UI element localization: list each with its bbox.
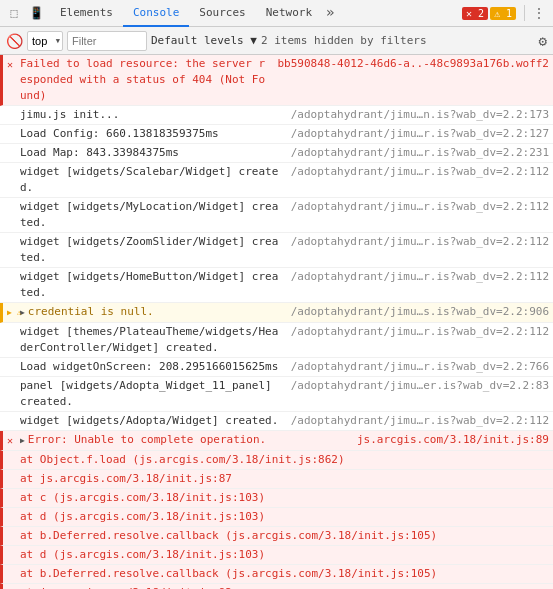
log-source[interactable]: /adoptahydrant/jimu…s.is?wab_dv=2.2:906 bbox=[291, 304, 549, 320]
stack-trace-text: at js.arcgis.com/3.18/init.js:92 bbox=[20, 585, 549, 589]
context-select-wrapper: top bbox=[27, 31, 63, 51]
log-row: ✕ Failed to load resource: the server re… bbox=[0, 55, 553, 106]
no-entry-icon[interactable]: 🚫 bbox=[6, 33, 23, 49]
filter-bar: 🚫 top Default levels ▼ 2 items hidden by… bbox=[0, 27, 553, 55]
warning-badge: ⚠ 1 bbox=[490, 7, 516, 20]
log-message: Load Map: 843.33984375ms bbox=[20, 145, 283, 161]
stack-trace-text: at c (js.arcgis.com/3.18/init.js:103) bbox=[20, 490, 549, 506]
stack-trace-text: at b.Deferred.resolve.callback (js.arcgi… bbox=[20, 566, 549, 582]
log-message: Error: Unable to complete operation. bbox=[20, 432, 349, 449]
log-row: jimu.js init... /adoptahydrant/jimu…n.is… bbox=[0, 106, 553, 125]
log-source[interactable]: /adoptahydrant/jimu…r.is?wab_dv=2.2:766 bbox=[291, 359, 549, 375]
error-icon: ✕ bbox=[7, 57, 13, 73]
log-message: widget [widgets/MyLocation/Widget] creat… bbox=[20, 199, 283, 231]
divider bbox=[524, 5, 525, 21]
log-source[interactable]: /adoptahydrant/jimu…n.is?wab_dv=2.2:173 bbox=[291, 107, 549, 123]
stack-trace-row: at b.Deferred.resolve.callback (js.arcgi… bbox=[0, 527, 553, 546]
log-message: Load Config: 660.13818359375ms bbox=[20, 126, 283, 142]
stack-trace-link[interactable]: at b.Deferred.resolve.callback (js.arcgi… bbox=[20, 567, 437, 580]
stack-trace-row: at js.arcgis.com/3.18/init.js:92 bbox=[0, 584, 553, 589]
log-row: widget [widgets/HomeButton/Widget] creat… bbox=[0, 268, 553, 303]
log-row: Load Config: 660.13818359375ms /adoptahy… bbox=[0, 125, 553, 144]
more-tabs-button[interactable]: » bbox=[322, 0, 338, 27]
log-row-error-expandable[interactable]: ✕ Error: Unable to complete operation. j… bbox=[0, 431, 553, 451]
log-row: widget [widgets/Adopta/Widget] created. … bbox=[0, 412, 553, 431]
log-message: widget [themes/PlateauTheme/widgets/Head… bbox=[20, 324, 283, 356]
log-source[interactable]: bb590848-4012-46d6-a..-48c9893a176b.woff… bbox=[277, 56, 549, 72]
log-source[interactable]: /adoptahydrant/jimu…r.is?wab_dv=2.2:127 bbox=[291, 126, 549, 142]
stack-trace-row: at d (js.arcgis.com/3.18/init.js:103) bbox=[0, 508, 553, 527]
log-message: Load widgetOnScreen: 208.295166015625ms bbox=[20, 359, 283, 375]
stack-trace-text: at d (js.arcgis.com/3.18/init.js:103) bbox=[20, 547, 549, 563]
log-levels-dropdown[interactable]: Default levels ▼ bbox=[151, 34, 257, 47]
log-row: widget [widgets/MyLocation/Widget] creat… bbox=[0, 198, 553, 233]
log-row: Load Map: 843.33984375ms /adoptahydrant/… bbox=[0, 144, 553, 163]
log-source[interactable]: /adoptahydrant/jimu…r.is?wab_dv=2.2:112 bbox=[291, 234, 549, 250]
tab-network[interactable]: Network bbox=[256, 0, 322, 27]
log-row: Load widgetOnScreen: 208.295166015625ms … bbox=[0, 358, 553, 377]
log-row-warning[interactable]: ▶ ⚠ credential is null. /adoptahydrant/j… bbox=[0, 303, 553, 323]
log-source[interactable]: /adoptahydrant/jimu…r.is?wab_dv=2.2:112 bbox=[291, 413, 549, 429]
stack-trace-row: at d (js.arcgis.com/3.18/init.js:103) bbox=[0, 546, 553, 565]
stack-trace-row: at c (js.arcgis.com/3.18/init.js:103) bbox=[0, 489, 553, 508]
more-options-icon[interactable]: ⋮ bbox=[529, 3, 549, 23]
inspect-icon[interactable]: ⬚ bbox=[4, 3, 24, 23]
warning-icon: ▶ ⚠ bbox=[7, 305, 21, 321]
stack-trace-link[interactable]: at js.arcgis.com/3.18/init.js:87 bbox=[20, 472, 232, 485]
log-source[interactable]: js.arcgis.com/3.18/init.js:89 bbox=[357, 432, 549, 448]
log-row: widget [widgets/Scalebar/Widget] created… bbox=[0, 163, 553, 198]
log-source[interactable]: /adoptahydrant/jimu…er.is?wab_dv=2.2:83 bbox=[291, 378, 549, 394]
log-source[interactable]: /adoptahydrant/jimu…r.is?wab_dv=2.2:112 bbox=[291, 164, 549, 180]
log-row: widget [themes/PlateauTheme/widgets/Head… bbox=[0, 323, 553, 358]
error-badge: ✕ 2 bbox=[462, 7, 488, 20]
tab-console[interactable]: Console bbox=[123, 0, 189, 27]
log-source[interactable]: /adoptahydrant/jimu…r.is?wab_dv=2.2:231 bbox=[291, 145, 549, 161]
stack-trace-text: at d (js.arcgis.com/3.18/init.js:103) bbox=[20, 509, 549, 525]
log-row: widget [widgets/ZoomSlider/Widget] creat… bbox=[0, 233, 553, 268]
filter-input[interactable] bbox=[67, 31, 147, 51]
log-message: panel [widgets/Adopta_Widget_11_panel] c… bbox=[20, 378, 283, 410]
log-message: jimu.js init... bbox=[20, 107, 283, 123]
tab-elements[interactable]: Elements bbox=[50, 0, 123, 27]
log-message: credential is null. bbox=[20, 304, 283, 321]
stack-trace-link[interactable]: at c (js.arcgis.com/3.18/init.js:103) bbox=[20, 491, 265, 504]
stack-trace-link[interactable]: at d (js.arcgis.com/3.18/init.js:103) bbox=[20, 510, 265, 523]
stack-trace-text: at Object.f.load (js.arcgis.com/3.18/ini… bbox=[20, 452, 549, 468]
stack-trace-link[interactable]: at d (js.arcgis.com/3.18/init.js:103) bbox=[20, 548, 265, 561]
error-icon: ✕ bbox=[7, 433, 13, 449]
context-select[interactable]: top bbox=[27, 31, 63, 51]
stack-trace-link[interactable]: at b.Deferred.resolve.callback (js.arcgi… bbox=[20, 529, 437, 542]
log-source[interactable]: /adoptahydrant/jimu…r.is?wab_dv=2.2:112 bbox=[291, 199, 549, 215]
hidden-items-info: 2 items hidden by filters bbox=[261, 34, 427, 47]
tab-bar: ⬚ 📱 Elements Console Sources Network » ✕… bbox=[0, 0, 553, 27]
log-source[interactable]: /adoptahydrant/jimu…r.is?wab_dv=2.2:112 bbox=[291, 269, 549, 285]
log-message: Failed to load resource: the server resp… bbox=[20, 56, 269, 104]
tab-sources[interactable]: Sources bbox=[189, 0, 255, 27]
stack-trace-row: at Object.f.load (js.arcgis.com/3.18/ini… bbox=[0, 451, 553, 470]
log-source[interactable]: /adoptahydrant/jimu…r.is?wab_dv=2.2:112 bbox=[291, 324, 549, 340]
log-message: widget [widgets/HomeButton/Widget] creat… bbox=[20, 269, 283, 301]
stack-trace-text: at b.Deferred.resolve.callback (js.arcgi… bbox=[20, 528, 549, 544]
log-message: widget [widgets/Scalebar/Widget] created… bbox=[20, 164, 283, 196]
console-output: ✕ Failed to load resource: the server re… bbox=[0, 55, 553, 589]
device-icon[interactable]: 📱 bbox=[26, 3, 46, 23]
stack-trace-row: at b.Deferred.resolve.callback (js.arcgi… bbox=[0, 565, 553, 584]
log-message: widget [widgets/Adopta/Widget] created. bbox=[20, 413, 283, 429]
stack-trace-link[interactable]: at Object.f.load (js.arcgis.com/3.18/ini… bbox=[20, 453, 345, 466]
stack-trace-text: at js.arcgis.com/3.18/init.js:87 bbox=[20, 471, 549, 487]
log-row: panel [widgets/Adopta_Widget_11_panel] c… bbox=[0, 377, 553, 412]
settings-icon[interactable]: ⚙ bbox=[539, 33, 547, 49]
stack-trace-row: at js.arcgis.com/3.18/init.js:87 bbox=[0, 470, 553, 489]
log-message: widget [widgets/ZoomSlider/Widget] creat… bbox=[20, 234, 283, 266]
